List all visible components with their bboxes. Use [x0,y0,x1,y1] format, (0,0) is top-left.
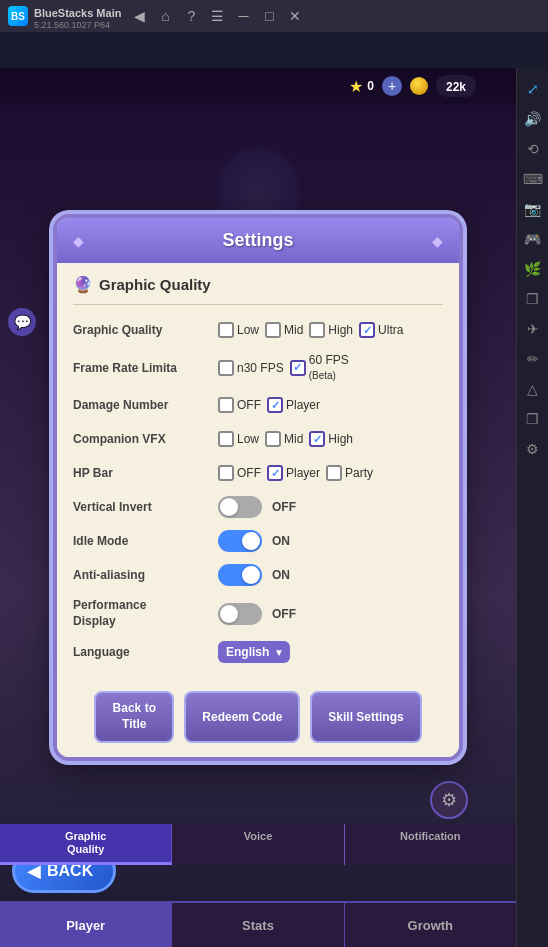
fps60-label: 60 FPS(Beta) [309,353,349,382]
window-controls: ◀ ⌂ ? ☰ ─ □ ✕ [127,4,307,28]
skill-settings-btn[interactable]: Skill Settings [310,691,421,742]
sidebar-icon-eco[interactable]: 🌿 [520,256,546,282]
hp-off-checkbox[interactable] [218,465,234,481]
fps30-option[interactable]: n30 FPS [218,360,284,376]
idle-mode-label: Idle Mode [73,534,218,548]
hp-player-checkbox[interactable] [267,465,283,481]
vertical-invert-toggle[interactable] [218,496,262,518]
language-dropdown[interactable]: English 中文 한국어 日本語 [218,641,290,663]
sidebar-icon-gamepad[interactable]: 🎮 [520,226,546,252]
divider [73,304,443,305]
damage-off-option[interactable]: OFF [218,397,261,413]
menu-btn[interactable]: ☰ [205,4,229,28]
vfx-low-option[interactable]: Low [218,431,259,447]
vfx-low-label: Low [237,432,259,446]
right-sidebar: ⤢ 🔊 ⟲ ⌨ 📷 🎮 🌿 ❐ ✈ ✏ △ ❐ ⚙ [516,68,548,947]
section-title: Graphic Quality [99,276,211,293]
hp-player-option[interactable]: Player [267,465,320,481]
quality-ultra-label: Ultra [378,323,403,337]
vfx-high-checkbox[interactable] [309,431,325,447]
quality-high-checkbox[interactable] [309,322,325,338]
title-bar-text: BlueStacks Main 5.21.560.1027 P64 [34,3,121,30]
sidebar-icon-volume[interactable]: 🔊 [520,106,546,132]
vfx-high-label: High [328,432,353,446]
vfx-low-checkbox[interactable] [218,431,234,447]
sidebar-icon-multi[interactable]: ❐ [520,406,546,432]
back-to-title-btn[interactable]: Back toTitle [94,691,174,742]
quality-mid-checkbox[interactable] [265,322,281,338]
quality-ultra-option[interactable]: Ultra [359,322,403,338]
vertical-invert-label: Vertical Invert [73,500,218,514]
language-controls: English 中文 한국어 日本語 ▼ [218,641,290,663]
hp-bar-label: HP Bar [73,466,218,480]
fps30-checkbox[interactable] [218,360,234,376]
damage-player-option[interactable]: Player [267,397,320,413]
vertical-invert-state: OFF [272,500,296,514]
quality-high-option[interactable]: High [309,322,353,338]
hp-off-label: OFF [237,466,261,480]
hp-party-option[interactable]: Party [326,465,373,481]
vertical-invert-knob [220,498,238,516]
quality-low-label: Low [237,323,259,337]
sidebar-icon-edit[interactable]: ✏ [520,346,546,372]
sidebar-icon-expand[interactable]: ⤢ [520,76,546,102]
fps30-label: n30 FPS [237,361,284,375]
vfx-mid-checkbox[interactable] [265,431,281,447]
hp-party-label: Party [345,466,373,480]
anti-aliasing-toggle[interactable] [218,564,262,586]
sidebar-icon-rotate[interactable]: ⟲ [520,136,546,162]
sidebar-icon-plane[interactable]: ✈ [520,316,546,342]
settings-footer: Back toTitle Redeem Code Skill Settings [57,681,459,756]
idle-mode-controls: ON [218,530,290,552]
settings-dialog: Settings 🔮 Graphic Quality Graphic Quali… [53,214,463,760]
home-btn[interactable]: ⌂ [153,4,177,28]
settings-title: Settings [222,230,293,250]
frame-rate-controls: n30 FPS 60 FPS(Beta) [218,353,349,382]
perf-display-controls: OFF [218,603,296,625]
back-nav-btn[interactable]: ◀ [127,4,151,28]
companion-vfx-controls: Low Mid High [218,431,353,447]
sidebar-icon-camera[interactable]: 📷 [520,196,546,222]
hp-party-checkbox[interactable] [326,465,342,481]
quality-high-label: High [328,323,353,337]
idle-mode-toggle[interactable] [218,530,262,552]
damage-player-checkbox[interactable] [267,397,283,413]
hp-player-label: Player [286,466,320,480]
damage-off-checkbox[interactable] [218,397,234,413]
graphic-quality-row: Graphic Quality Low Mid High [73,313,443,347]
section-header: 🔮 Graphic Quality [73,275,443,294]
anti-aliasing-row: Anti-aliasing ON [73,558,443,592]
vfx-mid-option[interactable]: Mid [265,431,303,447]
quality-mid-option[interactable]: Mid [265,322,303,338]
quality-low-checkbox[interactable] [218,322,234,338]
graphic-quality-controls: Low Mid High Ultra [218,322,403,338]
quality-ultra-checkbox[interactable] [359,322,375,338]
hp-off-option[interactable]: OFF [218,465,261,481]
minimize-btn[interactable]: ─ [231,4,255,28]
close-btn[interactable]: ✕ [283,4,307,28]
redeem-code-btn[interactable]: Redeem Code [184,691,300,742]
sidebar-icon-macro[interactable]: △ [520,376,546,402]
frame-rate-row: Frame Rate Limita n30 FPS 60 FPS(Beta) [73,347,443,388]
idle-mode-knob [242,532,260,550]
vertical-invert-row: Vertical Invert OFF [73,490,443,524]
sidebar-icon-keyboard[interactable]: ⌨ [520,166,546,192]
fps60-checkbox[interactable] [290,360,306,376]
fps60-option[interactable]: 60 FPS(Beta) [290,353,349,382]
sidebar-icon-settings[interactable]: ⚙ [520,436,546,462]
perf-display-label: PerformanceDisplay [73,598,218,629]
help-btn[interactable]: ? [179,4,203,28]
restore-btn[interactable]: □ [257,4,281,28]
perf-display-row: PerformanceDisplay OFF [73,592,443,635]
settings-header: Settings [57,218,459,263]
language-dropdown-wrapper: English 中文 한국어 日本語 ▼ [218,641,290,663]
idle-mode-row: Idle Mode ON [73,524,443,558]
app-logo: BS [8,6,28,26]
vfx-high-option[interactable]: High [309,431,353,447]
anti-aliasing-controls: ON [218,564,290,586]
sidebar-icon-layers[interactable]: ❐ [520,286,546,312]
language-label: Language [73,645,218,659]
perf-display-toggle[interactable] [218,603,262,625]
quality-low-option[interactable]: Low [218,322,259,338]
companion-vfx-label: Companion VFX [73,432,218,446]
